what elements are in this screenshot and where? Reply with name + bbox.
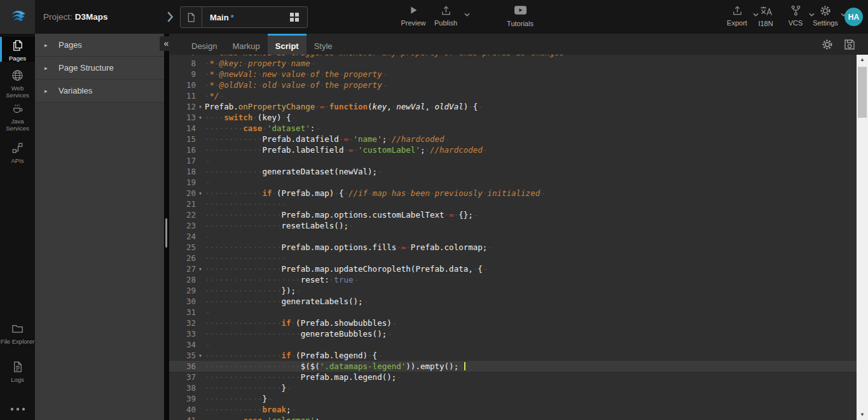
line-number-gutter[interactable]: 35▾ [169,350,205,361]
avatar[interactable]: HA [844,8,863,26]
collapse-panel-button[interactable]: « [160,36,173,51]
code-line-27[interactable]: 27▾················Prefab.map.updateChor… [169,263,868,274]
code-line-13[interactable]: 13▾····switch·(key)·{- [169,112,868,123]
sidebar-item-logs[interactable]: Logs [0,358,35,383]
tutorials-button[interactable]: Tutorials [501,4,539,30]
code-line-26[interactable]: 26················- [169,253,868,263]
code-line-34[interactable]: 34- [169,339,868,350]
line-number-gutter[interactable]: 36 [169,361,205,372]
settings-button[interactable]: Settings [810,4,841,30]
fold-arrow-icon[interactable]: ▾ [196,263,205,274]
line-number-gutter[interactable]: 18 [169,166,205,177]
code-line-40[interactable]: 40············break;- [169,404,868,415]
code-line-9[interactable]: 9·*·@newVal:·new·value·of·the·property- [169,69,868,80]
line-number-gutter[interactable]: 29 [169,285,205,296]
code-line-41[interactable]: 41········case·'colormap':- [169,415,868,420]
panel-scrollbar-thumb[interactable] [165,218,167,248]
code-line-10[interactable]: 10·*·@oldVal:·old·value·of·the·property- [169,80,868,90]
wavemaker-logo-icon[interactable] [0,0,35,34]
fold-arrow-icon[interactable]: ▾ [196,101,205,112]
line-number-gutter[interactable]: 39 [169,393,205,404]
panel-section-variables[interactable]: ▸Variables [35,80,164,102]
line-number-gutter[interactable]: 9 [169,69,205,80]
line-number-gutter[interactable]: 34 [169,339,205,350]
code-line-12[interactable]: 12▾Prefab.onPropertyChange·=·function(ke… [169,101,868,112]
code-line-21[interactable]: 21················- [169,199,868,209]
code-line-19[interactable]: 19- [169,177,868,188]
code-line-39[interactable]: 39············}- [169,393,868,404]
code-line-24[interactable]: 24- [169,231,868,242]
code-line-36[interactable]: 36····················$($('.datamaps-leg… [169,361,868,372]
sidebar-item-file-explorer[interactable]: File Explorer [0,320,35,345]
panel-section-pages[interactable]: ▸Pages [35,34,164,57]
code-line-31[interactable]: 31- [169,307,868,318]
line-number-gutter[interactable]: 10 [169,80,205,90]
panel-scrollbar[interactable] [164,34,169,420]
line-number-gutter[interactable]: 14 [169,123,205,134]
line-number-gutter[interactable]: 40 [169,404,205,415]
line-number-gutter[interactable]: 41 [169,415,205,420]
code-line-16[interactable]: 16············Prefab.labelfield·=·'custo… [169,144,868,155]
line-number-gutter[interactable]: 31 [169,307,205,318]
sidebar-item-apis[interactable]: APIs [0,139,35,164]
line-number-gutter[interactable]: 25 [169,242,205,253]
editor-settings-gear-icon[interactable] [821,38,834,51]
vcs-button[interactable]: VCS [782,4,809,30]
line-number-gutter[interactable]: 33 [169,328,205,339]
code-line-32[interactable]: 32················if·(Prefab.showbubbles… [169,318,868,328]
line-number-gutter[interactable]: 27▾ [169,263,205,274]
code-line-38[interactable]: 38················}- [169,382,868,393]
line-number-gutter[interactable]: 23 [169,220,205,231]
line-number-gutter[interactable]: 21 [169,199,205,209]
scroll-up-icon[interactable]: ▲ [857,55,868,65]
sidebar-item-java-services[interactable]: Java Services [0,100,35,132]
code-line-35[interactable]: 35▾················if·(Prefab.legend)·{- [169,350,868,361]
code-line-11[interactable]: 11·*/- [169,90,868,101]
save-icon[interactable] [843,38,856,51]
line-number-gutter[interactable]: 26 [169,253,205,263]
chevron-right-icon[interactable] [167,11,174,23]
code-line-37[interactable]: 37····················Prefab.map.legend(… [169,372,868,382]
i18n-button[interactable]: I18N [753,4,778,30]
line-number-gutter[interactable]: 24 [169,231,205,242]
code-line-8[interactable]: 8·*·@key:·property·name- [169,58,868,69]
export-button[interactable]: Export [721,4,753,30]
code-line-23[interactable]: 23················resetLabels();- [169,220,868,231]
code-line-30[interactable]: 30················generateLabels();- [169,296,868,307]
line-number-gutter[interactable]: 13▾ [169,112,205,123]
code-line-18[interactable]: 18············generateDataset(newVal);- [169,166,868,177]
code-line-15[interactable]: 15············Prefab.datafield·=·'name';… [169,134,868,144]
code-line-29[interactable]: 29················});- [169,285,868,296]
code-line-33[interactable]: 33····················generateBubbles();… [169,328,868,339]
tab-markup[interactable]: Markup [224,34,267,55]
tab-script[interactable]: Script [268,34,307,55]
scroll-down-icon[interactable]: ▼ [857,410,868,420]
code-line-22[interactable]: 22················Prefab.map.options.cus… [169,209,868,220]
line-number-gutter[interactable]: 19 [169,177,205,188]
code-line-17[interactable]: 17- [169,155,868,166]
panel-section-page-structure[interactable]: ▸Page Structure [35,57,164,80]
line-number-gutter[interactable]: 32 [169,318,205,328]
code-editor[interactable]: 7·*·this·method·is·triggered·whenever·an… [169,55,868,420]
line-number-gutter[interactable]: 17 [169,155,205,166]
line-number-gutter[interactable]: 28 [169,274,205,285]
fold-arrow-icon[interactable]: ▾ [196,188,205,199]
code-line-20[interactable]: 20▾············if·(Prefab.map)·{·//if·ma… [169,188,868,199]
line-number-gutter[interactable]: 20▾ [169,188,205,199]
editor-scrollbar-thumb[interactable] [858,67,867,118]
code-line-28[interactable]: 28····················reset:·true- [169,274,868,285]
preview-button[interactable]: Preview [396,4,431,30]
tab-design[interactable]: Design [184,34,224,55]
code-line-25[interactable]: 25················Prefab.map.options.fil… [169,242,868,253]
line-number-gutter[interactable]: 37 [169,372,205,382]
sidebar-item-pages[interactable]: Pages [0,37,35,62]
publish-button[interactable]: Publish [427,4,464,30]
line-number-gutter[interactable]: 16 [169,144,205,155]
editor-scrollbar[interactable]: ▲ ▼ [857,55,868,420]
fold-arrow-icon[interactable]: ▾ [196,112,205,123]
line-number-gutter[interactable]: 15 [169,134,205,144]
line-number-gutter[interactable]: 12▾ [169,101,205,112]
sidebar-item-more[interactable] [0,400,35,416]
fold-arrow-icon[interactable]: ▾ [196,350,205,361]
sidebar-item-web-services[interactable]: Web Services [0,67,35,99]
